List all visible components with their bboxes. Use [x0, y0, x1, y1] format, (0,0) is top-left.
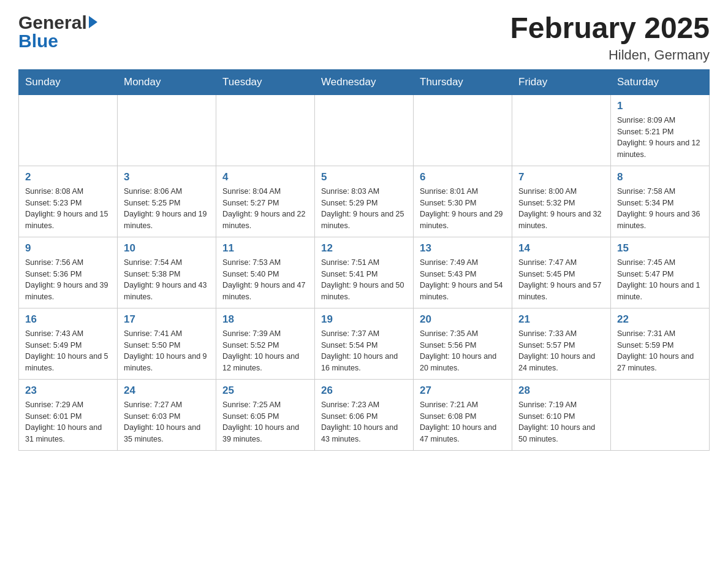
calendar-cell: 24Sunrise: 7:27 AM Sunset: 6:03 PM Dayli…	[118, 379, 216, 450]
calendar-cell: 27Sunrise: 7:21 AM Sunset: 6:08 PM Dayli…	[414, 379, 512, 450]
day-number: 13	[420, 242, 506, 255]
day-info: Sunrise: 7:41 AM Sunset: 5:50 PM Dayligh…	[124, 328, 210, 374]
day-number: 21	[518, 313, 604, 326]
day-info: Sunrise: 8:09 AM Sunset: 5:21 PM Dayligh…	[617, 115, 703, 161]
calendar-cell	[118, 94, 216, 166]
day-number: 22	[617, 313, 703, 326]
calendar-cell: 11Sunrise: 7:53 AM Sunset: 5:40 PM Dayli…	[216, 237, 315, 308]
day-number: 23	[25, 385, 111, 397]
calendar-cell: 10Sunrise: 7:54 AM Sunset: 5:38 PM Dayli…	[118, 237, 216, 308]
day-number: 16	[25, 313, 111, 326]
day-info: Sunrise: 7:45 AM Sunset: 5:47 PM Dayligh…	[617, 257, 703, 303]
logo-general-text: General	[18, 12, 87, 33]
calendar-cell: 4Sunrise: 8:04 AM Sunset: 5:27 PM Daylig…	[216, 166, 315, 237]
calendar-cell: 8Sunrise: 7:58 AM Sunset: 5:34 PM Daylig…	[611, 166, 710, 237]
calendar-cell: 20Sunrise: 7:35 AM Sunset: 5:56 PM Dayli…	[414, 308, 512, 379]
day-number: 20	[420, 313, 506, 326]
calendar-cell	[19, 94, 118, 166]
calendar-cell	[611, 379, 710, 450]
day-number: 26	[321, 385, 407, 397]
day-number: 25	[222, 385, 308, 397]
calendar-week-row: 2Sunrise: 8:08 AM Sunset: 5:23 PM Daylig…	[19, 166, 710, 237]
calendar-cell: 19Sunrise: 7:37 AM Sunset: 5:54 PM Dayli…	[315, 308, 414, 379]
calendar-cell: 15Sunrise: 7:45 AM Sunset: 5:47 PM Dayli…	[611, 237, 710, 308]
calendar-cell: 23Sunrise: 7:29 AM Sunset: 6:01 PM Dayli…	[19, 379, 118, 450]
day-info: Sunrise: 8:08 AM Sunset: 5:23 PM Dayligh…	[25, 186, 111, 232]
day-number: 27	[420, 385, 506, 397]
day-info: Sunrise: 7:33 AM Sunset: 5:57 PM Dayligh…	[518, 328, 604, 374]
day-info: Sunrise: 7:49 AM Sunset: 5:43 PM Dayligh…	[420, 257, 506, 303]
calendar-header-row: SundayMondayTuesdayWednesdayThursdayFrid…	[19, 69, 710, 94]
calendar-table: SundayMondayTuesdayWednesdayThursdayFrid…	[18, 69, 710, 451]
calendar-cell: 9Sunrise: 7:56 AM Sunset: 5:36 PM Daylig…	[19, 237, 118, 308]
day-number: 8	[617, 171, 703, 183]
day-info: Sunrise: 7:58 AM Sunset: 5:34 PM Dayligh…	[617, 186, 703, 232]
day-info: Sunrise: 7:29 AM Sunset: 6:01 PM Dayligh…	[25, 399, 111, 445]
day-info: Sunrise: 7:19 AM Sunset: 6:10 PM Dayligh…	[518, 399, 604, 445]
day-number: 14	[518, 242, 604, 255]
weekday-header-thursday: Thursday	[414, 69, 512, 94]
weekday-header-wednesday: Wednesday	[315, 69, 414, 94]
day-info: Sunrise: 7:37 AM Sunset: 5:54 PM Dayligh…	[321, 328, 407, 374]
day-info: Sunrise: 7:35 AM Sunset: 5:56 PM Dayligh…	[420, 328, 506, 374]
day-number: 18	[222, 313, 308, 326]
calendar-cell	[315, 94, 414, 166]
day-number: 28	[518, 385, 604, 397]
day-info: Sunrise: 7:47 AM Sunset: 5:45 PM Dayligh…	[518, 257, 604, 303]
calendar-cell	[216, 94, 315, 166]
day-info: Sunrise: 8:00 AM Sunset: 5:32 PM Dayligh…	[518, 186, 604, 232]
day-number: 2	[25, 171, 111, 183]
logo-blue-text: Blue	[18, 31, 58, 52]
calendar-cell: 13Sunrise: 7:49 AM Sunset: 5:43 PM Dayli…	[414, 237, 512, 308]
calendar-week-row: 9Sunrise: 7:56 AM Sunset: 5:36 PM Daylig…	[19, 237, 710, 308]
month-title: February 2025	[510, 12, 710, 45]
day-number: 12	[321, 242, 407, 255]
day-info: Sunrise: 8:06 AM Sunset: 5:25 PM Dayligh…	[124, 186, 210, 232]
weekday-header-saturday: Saturday	[611, 69, 710, 94]
weekday-header-monday: Monday	[118, 69, 216, 94]
calendar-cell: 16Sunrise: 7:43 AM Sunset: 5:49 PM Dayli…	[19, 308, 118, 379]
calendar-cell: 26Sunrise: 7:23 AM Sunset: 6:06 PM Dayli…	[315, 379, 414, 450]
day-info: Sunrise: 7:56 AM Sunset: 5:36 PM Dayligh…	[25, 257, 111, 303]
day-number: 17	[124, 313, 210, 326]
calendar-cell: 25Sunrise: 7:25 AM Sunset: 6:05 PM Dayli…	[216, 379, 315, 450]
calendar-week-row: 23Sunrise: 7:29 AM Sunset: 6:01 PM Dayli…	[19, 379, 710, 450]
calendar-cell: 14Sunrise: 7:47 AM Sunset: 5:45 PM Dayli…	[512, 237, 611, 308]
day-number: 24	[124, 385, 210, 397]
day-number: 9	[25, 242, 111, 255]
calendar-cell: 12Sunrise: 7:51 AM Sunset: 5:41 PM Dayli…	[315, 237, 414, 308]
day-info: Sunrise: 8:04 AM Sunset: 5:27 PM Dayligh…	[222, 186, 308, 232]
day-info: Sunrise: 7:39 AM Sunset: 5:52 PM Dayligh…	[222, 328, 308, 374]
title-section: February 2025 Hilden, Germany	[510, 12, 710, 63]
calendar-cell: 17Sunrise: 7:41 AM Sunset: 5:50 PM Dayli…	[118, 308, 216, 379]
calendar-cell	[512, 94, 611, 166]
day-number: 5	[321, 171, 407, 183]
page-header: General Blue February 2025 Hilden, Germa…	[18, 12, 710, 63]
day-info: Sunrise: 7:23 AM Sunset: 6:06 PM Dayligh…	[321, 399, 407, 445]
day-info: Sunrise: 7:21 AM Sunset: 6:08 PM Dayligh…	[420, 399, 506, 445]
calendar-cell: 3Sunrise: 8:06 AM Sunset: 5:25 PM Daylig…	[118, 166, 216, 237]
day-info: Sunrise: 7:54 AM Sunset: 5:38 PM Dayligh…	[124, 257, 210, 303]
calendar-cell: 6Sunrise: 8:01 AM Sunset: 5:30 PM Daylig…	[414, 166, 512, 237]
day-info: Sunrise: 7:25 AM Sunset: 6:05 PM Dayligh…	[222, 399, 308, 445]
day-info: Sunrise: 7:27 AM Sunset: 6:03 PM Dayligh…	[124, 399, 210, 445]
location-label: Hilden, Germany	[510, 47, 710, 63]
calendar-week-row: 16Sunrise: 7:43 AM Sunset: 5:49 PM Dayli…	[19, 308, 710, 379]
calendar-cell: 18Sunrise: 7:39 AM Sunset: 5:52 PM Dayli…	[216, 308, 315, 379]
day-info: Sunrise: 7:43 AM Sunset: 5:49 PM Dayligh…	[25, 328, 111, 374]
calendar-cell: 7Sunrise: 8:00 AM Sunset: 5:32 PM Daylig…	[512, 166, 611, 237]
day-number: 15	[617, 242, 703, 255]
calendar-cell: 22Sunrise: 7:31 AM Sunset: 5:59 PM Dayli…	[611, 308, 710, 379]
calendar-cell: 5Sunrise: 8:03 AM Sunset: 5:29 PM Daylig…	[315, 166, 414, 237]
day-info: Sunrise: 8:01 AM Sunset: 5:30 PM Dayligh…	[420, 186, 506, 232]
weekday-header-sunday: Sunday	[19, 69, 118, 94]
day-number: 3	[124, 171, 210, 183]
day-number: 1	[617, 100, 703, 112]
day-number: 19	[321, 313, 407, 326]
calendar-cell: 1Sunrise: 8:09 AM Sunset: 5:21 PM Daylig…	[611, 94, 710, 166]
day-number: 4	[222, 171, 308, 183]
calendar-cell: 2Sunrise: 8:08 AM Sunset: 5:23 PM Daylig…	[19, 166, 118, 237]
day-info: Sunrise: 7:31 AM Sunset: 5:59 PM Dayligh…	[617, 328, 703, 374]
calendar-cell	[414, 94, 512, 166]
day-info: Sunrise: 7:51 AM Sunset: 5:41 PM Dayligh…	[321, 257, 407, 303]
